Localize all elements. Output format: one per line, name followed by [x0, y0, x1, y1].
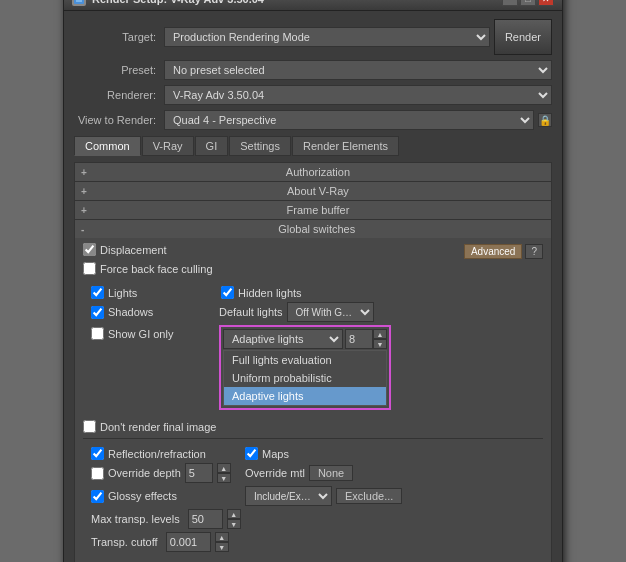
about-section: + About V-Ray	[75, 182, 551, 201]
question-button[interactable]: ?	[525, 244, 543, 259]
view-label: View to Render:	[74, 114, 164, 126]
authorization-header[interactable]: + Authorization	[75, 163, 551, 181]
advanced-button[interactable]: Advanced	[464, 244, 522, 259]
default-lights-select[interactable]: Off With G…	[287, 302, 374, 322]
adaptive-lights-select[interactable]: Adaptive lights	[223, 329, 343, 349]
displacement-checkbox[interactable]	[83, 243, 96, 256]
hidden-lights-checkbox[interactable]	[221, 286, 234, 299]
panel: + Authorization + About V-Ray + Frame bu…	[74, 162, 552, 562]
preset-label: Preset:	[74, 64, 164, 76]
force-back-face-checkbox[interactable]	[83, 262, 96, 275]
close-button[interactable]: ✕	[538, 0, 554, 6]
lights-label: Lights	[108, 287, 137, 299]
about-header[interactable]: + About V-Ray	[75, 182, 551, 200]
option-uniform[interactable]: Uniform probabilistic	[224, 369, 386, 387]
shadows-checkbox[interactable]	[91, 306, 104, 319]
exclude-button[interactable]: Exclude...	[336, 488, 402, 504]
max-transp-spinner: ▲ ▼	[227, 509, 241, 529]
option-adaptive[interactable]: Adaptive lights	[224, 387, 386, 405]
titlebar-left: Render Setup: V-Ray Adv 3.50.04	[72, 0, 264, 6]
renderer-label: Renderer:	[74, 89, 164, 101]
global-switches-body: Displacement Advanced ? Force back face …	[75, 238, 551, 562]
max-transp-up[interactable]: ▲	[227, 509, 241, 519]
maps-checkbox[interactable]	[245, 447, 258, 460]
dont-render-row: Don't render final image	[83, 417, 543, 436]
maximize-button[interactable]: □	[520, 0, 536, 6]
transp-cutoff-label: Transp. cutoff	[91, 536, 158, 548]
adaptive-dropdown-popup: Full lights evaluation Uniform probabili…	[223, 350, 387, 406]
adaptive-lights-container: Adaptive lights 8 ▲ ▼	[219, 325, 391, 410]
hidden-lights-label: Hidden lights	[238, 287, 302, 299]
shadows-row: Shadows Default lights Off With G…	[91, 302, 535, 322]
override-mtl-label: Override mtl	[245, 467, 305, 479]
render-button[interactable]: Render	[494, 19, 552, 55]
include-select[interactable]: Include/Ex…	[245, 486, 332, 506]
tab-vray[interactable]: V-Ray	[142, 136, 194, 156]
frame-buffer-header[interactable]: + Frame buffer	[75, 201, 551, 219]
glossy-row: Glossy effects Include/Ex… Exclude...	[91, 486, 535, 506]
transp-cutoff-input[interactable]	[166, 532, 211, 552]
override-depth-input[interactable]	[185, 463, 213, 483]
view-control: Quad 4 - Perspective 🔒	[164, 110, 552, 130]
target-select[interactable]: Production Rendering Mode	[164, 27, 490, 47]
tab-settings[interactable]: Settings	[229, 136, 291, 156]
render-setup-window: Render Setup: V-Ray Adv 3.50.04 ─ □ ✕ Ta…	[63, 0, 563, 562]
tab-bar: Common V-Ray GI Settings Render Elements	[74, 136, 552, 156]
force-back-face-row: Force back face culling	[83, 262, 543, 275]
dont-render-label: Don't render final image	[100, 421, 216, 433]
depth-up[interactable]: ▲	[217, 463, 231, 473]
window-controls: ─ □ ✕	[502, 0, 554, 6]
titlebar: Render Setup: V-Ray Adv 3.50.04 ─ □ ✕	[64, 0, 562, 11]
maps-label: Maps	[262, 448, 289, 460]
svg-rect-1	[76, 0, 82, 2]
view-select[interactable]: Quad 4 - Perspective	[164, 110, 534, 130]
dropdown-magenta-border: Adaptive lights 8 ▲ ▼	[219, 325, 391, 410]
lights-row: Lights Hidden lights	[91, 286, 535, 299]
option-full-lights[interactable]: Full lights evaluation	[224, 351, 386, 369]
default-lights-label: Default lights	[219, 306, 283, 318]
expand-icon2: +	[81, 186, 87, 197]
lock-icon[interactable]: 🔒	[538, 113, 552, 127]
adaptive-spinner: 8 ▲ ▼	[345, 329, 387, 349]
authorization-title: Authorization	[91, 166, 545, 178]
renderer-select[interactable]: V-Ray Adv 3.50.04	[164, 85, 552, 105]
preset-row: Preset: No preset selected	[74, 60, 552, 80]
override-depth-row: Override depth ▲ ▼ Override mtl None	[91, 463, 535, 483]
max-transp-down[interactable]: ▼	[227, 519, 241, 529]
about-title: About V-Ray	[91, 185, 545, 197]
transp-cutoff-row: Transp. cutoff ▲ ▼	[91, 532, 535, 552]
tab-render-elements[interactable]: Render Elements	[292, 136, 399, 156]
none-button[interactable]: None	[309, 465, 353, 481]
tab-gi[interactable]: GI	[195, 136, 229, 156]
frame-buffer-title: Frame buffer	[91, 204, 545, 216]
global-switches-header[interactable]: - Global switches	[75, 220, 551, 238]
expand-icon4: -	[81, 224, 84, 235]
max-transp-input[interactable]	[188, 509, 223, 529]
override-depth-checkbox[interactable]	[91, 467, 104, 480]
glossy-checkbox[interactable]	[91, 490, 104, 503]
global-switches-title: Global switches	[88, 223, 545, 235]
spinner-up[interactable]: ▲	[373, 329, 387, 339]
max-transp-label: Max transp. levels	[91, 513, 180, 525]
transp-up[interactable]: ▲	[215, 532, 229, 542]
reflection-maps-row: Reflection/refraction Maps	[91, 447, 535, 460]
preset-select[interactable]: No preset selected	[164, 60, 552, 80]
depth-spinner: ▲ ▼	[217, 463, 231, 483]
main-content: Target: Production Rendering Mode Render…	[64, 11, 562, 562]
spinner-down[interactable]: ▼	[373, 339, 387, 349]
depth-down[interactable]: ▼	[217, 473, 231, 483]
transp-down[interactable]: ▼	[215, 542, 229, 552]
lights-checkbox[interactable]	[91, 286, 104, 299]
show-gi-checkbox[interactable]	[91, 327, 104, 340]
expand-icon3: +	[81, 205, 87, 216]
displacement-row: Displacement	[83, 243, 167, 256]
tab-common[interactable]: Common	[74, 136, 141, 156]
target-row: Target: Production Rendering Mode Render	[74, 19, 552, 55]
minimize-button[interactable]: ─	[502, 0, 518, 6]
show-gi-row: Show GI only Adaptive lights	[91, 325, 535, 410]
window-icon	[72, 0, 86, 6]
override-depth-label: Override depth	[108, 467, 181, 479]
adaptive-value-input[interactable]: 8	[345, 329, 373, 349]
reflection-checkbox[interactable]	[91, 447, 104, 460]
dont-render-checkbox[interactable]	[83, 420, 96, 433]
